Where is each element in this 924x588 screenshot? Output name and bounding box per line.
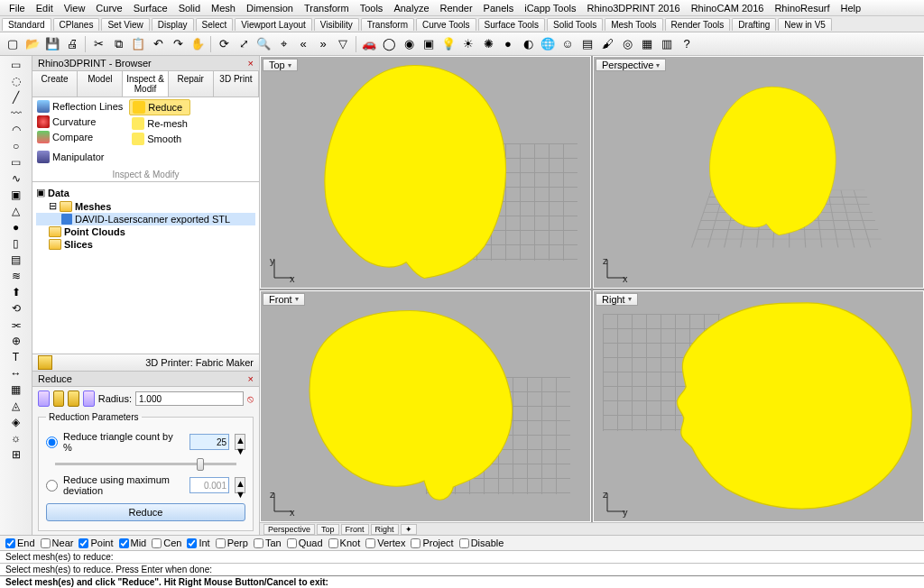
data-tree[interactable]: ▣ Data ⊟Meshes DAVID-Laserscanner export… [32, 182, 259, 354]
menu-dimension[interactable]: Dimension [241, 3, 299, 14]
loft-tool-icon[interactable]: ≋ [9, 269, 23, 283]
vp-tab-perspective[interactable]: Perspective [263, 524, 315, 535]
tab-visibility[interactable]: Visibility [314, 18, 359, 31]
uv-tool-icon[interactable]: ⊞ [9, 447, 23, 462]
viewport-label-top[interactable]: Top▾ [263, 59, 298, 71]
box-icon[interactable]: ▣ [420, 35, 438, 53]
calendar-icon[interactable]: ▥ [658, 35, 676, 53]
tab-standard[interactable]: Standard [2, 18, 51, 31]
reflection-lines-button[interactable]: Reflection Lines [34, 99, 125, 114]
tab-cplanes[interactable]: CPlanes [53, 18, 100, 31]
osnap-point[interactable]: Point [79, 537, 113, 548]
extrude-tool-icon[interactable]: ⬆ [9, 285, 23, 299]
pointer-tool-icon[interactable]: ▭ [9, 58, 23, 72]
menu-view[interactable]: View [59, 3, 91, 14]
cancel-icon[interactable]: ⦸ [247, 393, 254, 405]
sphere-tool-icon[interactable]: ● [9, 220, 23, 234]
cone-tool-icon[interactable]: △ [9, 204, 23, 218]
close-icon[interactable]: × [248, 58, 254, 69]
cube-icon[interactable] [53, 390, 65, 407]
target-icon[interactable]: ◎ [618, 35, 636, 53]
viewport-top[interactable]: Top▾ yx [260, 56, 591, 289]
reduce-action-button[interactable]: Reduce [46, 503, 245, 521]
circle-a-icon[interactable]: ◯ [380, 35, 398, 53]
osnap-perp[interactable]: Perp [216, 537, 248, 548]
radius-input[interactable] [135, 391, 244, 406]
smiley-icon[interactable]: ☺ [559, 35, 577, 53]
new-icon[interactable]: ▢ [4, 35, 22, 53]
tree-meshes[interactable]: ⊟Meshes [36, 199, 255, 213]
tab-display[interactable]: Display [152, 18, 194, 31]
cut-icon[interactable]: ✂ [89, 35, 107, 53]
menu-tools[interactable]: Tools [355, 3, 389, 14]
close-icon[interactable]: × [248, 373, 254, 384]
osnap-knot[interactable]: Knot [328, 537, 361, 548]
deviation-spinner[interactable]: ▲▼ [235, 477, 245, 493]
compare-button[interactable]: Compare [34, 130, 125, 144]
menu-mesh[interactable]: Mesh [206, 3, 241, 14]
tab-curve-tools[interactable]: Curve Tools [416, 18, 476, 31]
osnap-near[interactable]: Near [41, 537, 74, 548]
paste-icon[interactable]: 📋 [129, 35, 147, 53]
vp-tab-front[interactable]: Front [341, 524, 369, 535]
remesh-button[interactable]: Re-mesh [129, 116, 190, 131]
filter-icon[interactable]: ▽ [334, 35, 352, 53]
box-tool-icon[interactable]: ▣ [9, 188, 23, 202]
tab-viewport-layout[interactable]: Viewport Layout [235, 18, 312, 31]
percent-slider[interactable] [46, 456, 245, 471]
sphere-a-icon[interactable]: ● [499, 35, 517, 53]
browser-tab-repair[interactable]: Repair [169, 71, 214, 96]
undo-icon[interactable]: ↶ [149, 35, 167, 53]
polyline-tool-icon[interactable]: 〰 [9, 106, 23, 121]
history-back-icon[interactable]: « [294, 35, 312, 53]
globe-icon[interactable]: 🌐 [539, 35, 557, 53]
open-icon[interactable]: 📂 [23, 35, 42, 53]
viewport-label-perspective[interactable]: Perspective▾ [596, 59, 666, 71]
osnap-tan[interactable]: Tan [254, 537, 282, 548]
menu-help[interactable]: Help [836, 3, 867, 14]
printer-icon[interactable] [38, 355, 52, 370]
tree-pointclouds[interactable]: Point Clouds [36, 225, 255, 238]
browser-tab-model[interactable]: Model [78, 71, 123, 96]
browser-tab-create[interactable]: Create [32, 71, 78, 96]
viewport-label-front[interactable]: Front▾ [263, 293, 305, 306]
rotate-icon[interactable]: ⟳ [215, 35, 233, 53]
manipulator-button[interactable]: Manipulator [34, 150, 106, 164]
vp-tab-right[interactable]: Right [371, 524, 399, 535]
blue-icon[interactable]: ▦ [638, 35, 656, 53]
zoom-extents-icon[interactable]: ⤢ [235, 35, 253, 53]
pipe-tool-icon[interactable]: ⫘ [9, 317, 23, 332]
help-icon[interactable]: ? [678, 35, 696, 53]
menu-curve[interactable]: Curve [90, 3, 127, 14]
sphere-b-icon[interactable]: ◐ [519, 35, 537, 53]
deviation-input[interactable] [189, 477, 229, 493]
menu-panels[interactable]: Panels [478, 3, 520, 14]
osnap-int[interactable]: Int [187, 537, 209, 548]
osnap-end[interactable]: End [5, 537, 35, 548]
zoom-sel-icon[interactable]: ⌖ [274, 35, 292, 53]
rect-tool-icon[interactable]: ▭ [9, 155, 23, 170]
cylinder-tool-icon[interactable]: ▯ [9, 236, 23, 251]
menu-analyze[interactable]: Analyze [388, 3, 434, 14]
tab-solid-tools[interactable]: Solid Tools [547, 18, 603, 31]
surface-tool-icon[interactable]: ▤ [9, 253, 23, 267]
viewport-front[interactable]: Front▾ zx [260, 290, 591, 523]
tab-mesh-tools[interactable]: Mesh Tools [605, 18, 662, 31]
paint-icon[interactable]: 🖌 [598, 35, 616, 53]
viewport-right[interactable]: Right▾ zy [593, 290, 924, 523]
revolve-tool-icon[interactable]: ⟲ [9, 301, 23, 316]
curvature-button[interactable]: Curvature [34, 115, 125, 129]
reduce-by-percent-radio[interactable] [46, 436, 58, 448]
percent-spinner[interactable]: ▲▼ [235, 434, 245, 450]
tree-root[interactable]: ▣ Data [36, 186, 255, 199]
pan-icon[interactable]: ✋ [189, 35, 207, 53]
osnap-quad[interactable]: Quad [287, 537, 323, 548]
sun-a-icon[interactable]: ☀ [459, 35, 477, 53]
menu-edit[interactable]: Edit [31, 3, 59, 14]
menu-rhinocam-2016[interactable]: RhinoCAM 2016 [686, 3, 770, 14]
osnap-project[interactable]: Project [411, 537, 453, 548]
lasso-tool-icon[interactable]: ◌ [9, 74, 23, 88]
tab-render-tools[interactable]: Render Tools [665, 18, 731, 31]
reduce-button[interactable]: Reduce [129, 99, 190, 115]
lightbulb-icon[interactable]: 💡 [439, 35, 457, 53]
